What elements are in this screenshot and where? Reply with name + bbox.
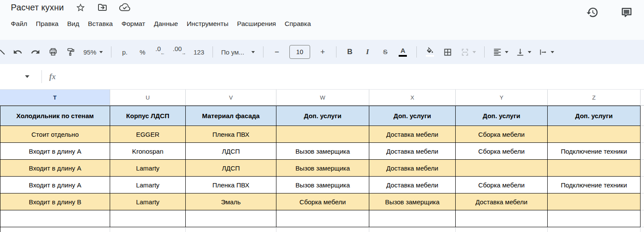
menu-item-extensions[interactable]: Расширения: [233, 19, 280, 29]
data-cell[interactable]: Lamarty: [110, 193, 186, 210]
data-cell[interactable]: [548, 126, 641, 143]
menu-item-tools[interactable]: Инструменты: [182, 19, 233, 29]
menu-item-format[interactable]: Формат: [117, 19, 149, 29]
data-cell[interactable]: Подключение техники: [548, 177, 641, 193]
text-color-swatch: [399, 55, 407, 57]
increase-font-size-button[interactable]: +: [317, 45, 328, 59]
data-cell[interactable]: Доставка мебели: [369, 143, 456, 160]
data-cell[interactable]: Входит в длину А: [0, 143, 110, 160]
header-cell[interactable]: Холодильник по стенам: [0, 106, 110, 126]
menu-item-data[interactable]: Данные: [149, 19, 182, 29]
borders-button[interactable]: [443, 45, 453, 59]
header-cell[interactable]: Доп. услуги: [548, 106, 641, 126]
decrease-font-size-button[interactable]: −: [272, 45, 282, 59]
data-cell[interactable]: Вызов замерщика: [369, 193, 456, 210]
currency-format-button[interactable]: p.: [120, 45, 130, 59]
text-color-button[interactable]: A: [398, 45, 408, 59]
bold-button[interactable]: B: [345, 45, 355, 59]
data-cell[interactable]: ЛДСП: [186, 143, 276, 160]
data-cell[interactable]: Входит в длину В: [0, 193, 110, 210]
column-header-T[interactable]: T: [0, 90, 110, 105]
data-cell[interactable]: Вызов замерщика: [276, 177, 369, 193]
column-header-W[interactable]: W: [276, 90, 369, 105]
data-cell[interactable]: Сборка мебели: [456, 126, 548, 143]
data-cell[interactable]: Подключение техники: [548, 143, 641, 160]
name-box-chevron-icon[interactable]: [25, 75, 29, 78]
menu-item-view[interactable]: Вид: [63, 19, 83, 29]
column-header-Z[interactable]: Z: [548, 90, 641, 105]
data-cell[interactable]: Входит в длину А: [0, 160, 110, 177]
paint-format-button[interactable]: [66, 45, 76, 59]
data-cell[interactable]: EGGER: [110, 126, 186, 143]
data-cell[interactable]: [548, 210, 641, 227]
vertical-align-button[interactable]: [516, 45, 531, 59]
data-cell[interactable]: Входит в длину А: [0, 177, 110, 193]
strikethrough-button[interactable]: S: [380, 45, 390, 59]
italic-button[interactable]: I: [362, 45, 373, 59]
merge-cells-button[interactable]: [460, 45, 476, 59]
number-format-button[interactable]: 123: [194, 45, 204, 59]
header-cell[interactable]: Материал фасада: [186, 106, 276, 126]
data-cell[interactable]: Сборка мебели: [276, 193, 369, 210]
data-cell[interactable]: [548, 160, 641, 177]
data-cell[interactable]: [276, 126, 369, 143]
header-cell[interactable]: Доп. услуги: [369, 106, 456, 126]
comments-icon[interactable]: [620, 6, 633, 20]
data-cell[interactable]: [276, 210, 369, 227]
data-cell[interactable]: Сборка мебели: [456, 143, 548, 160]
menu-item-edit[interactable]: Правка: [32, 19, 63, 29]
fill-color-button[interactable]: [425, 45, 435, 59]
data-cell[interactable]: Доставка мебели: [369, 126, 456, 143]
redo-button[interactable]: [30, 45, 41, 59]
data-cell[interactable]: Пленка ПВХ: [186, 177, 276, 193]
menu-item-help[interactable]: Справка: [280, 19, 315, 29]
data-cell[interactable]: Lamarty: [110, 177, 186, 193]
column-header-X[interactable]: X: [369, 90, 456, 105]
column-header-V[interactable]: V: [186, 90, 276, 105]
fx-icon[interactable]: fx: [49, 72, 56, 81]
header-cell[interactable]: Доп. услуги: [456, 106, 548, 126]
data-cell[interactable]: Kronospan: [110, 143, 186, 160]
data-cell[interactable]: [548, 193, 641, 210]
data-cell[interactable]: Доставка мебели: [456, 193, 548, 210]
star-icon[interactable]: [76, 3, 86, 13]
header-cell[interactable]: Доп. услуги: [276, 106, 369, 126]
undo-button[interactable]: [13, 45, 23, 59]
print-button[interactable]: [48, 45, 58, 59]
toolbar-divider: [336, 46, 336, 58]
move-to-folder-icon[interactable]: [97, 2, 108, 13]
partial-cell: [641, 227, 644, 232]
font-size-input[interactable]: 10: [289, 45, 310, 59]
data-cell[interactable]: Доставка мебели: [369, 160, 456, 177]
data-cell[interactable]: ЛДСП: [186, 160, 276, 177]
menu-item-insert[interactable]: Вставка: [84, 19, 117, 29]
data-cell[interactable]: [0, 210, 110, 227]
data-cell[interactable]: [186, 210, 276, 227]
text-wrapping-button[interactable]: [539, 45, 554, 59]
data-cell[interactable]: [110, 210, 186, 227]
data-cell[interactable]: Пленка ПВХ: [186, 126, 276, 143]
data-cell[interactable]: Стоит отдельно: [0, 126, 110, 143]
data-cell[interactable]: [369, 210, 456, 227]
decrease-decimals-button[interactable]: .0 ←: [155, 45, 165, 59]
data-cell[interactable]: Вызов замерщика: [276, 160, 369, 177]
column-header-U[interactable]: U: [110, 90, 186, 105]
menu-item-file[interactable]: Файл: [6, 19, 32, 29]
data-cell[interactable]: Доставка мебели: [369, 177, 456, 193]
zoom-control[interactable]: 95%: [83, 45, 103, 59]
header-cell[interactable]: Корпус ЛДСП: [110, 106, 186, 126]
cloud-saved-icon[interactable]: [119, 3, 130, 12]
data-cell[interactable]: Сборка мебели: [456, 177, 548, 193]
percent-format-button[interactable]: %: [137, 45, 148, 59]
data-cell[interactable]: [456, 160, 548, 177]
column-header-Y[interactable]: Y: [456, 90, 548, 105]
version-history-icon[interactable]: [586, 6, 599, 20]
data-cell[interactable]: Вызов замерщика: [276, 143, 369, 160]
document-title[interactable]: Расчет кухни: [11, 3, 64, 13]
font-name-selector[interactable]: По ум...: [221, 45, 255, 59]
data-cell[interactable]: Lamarty: [110, 160, 186, 177]
data-cell[interactable]: Эмаль: [186, 193, 276, 210]
horizontal-align-button[interactable]: [493, 45, 508, 59]
data-cell[interactable]: [456, 210, 548, 227]
increase-decimals-button[interactable]: .00 →: [173, 45, 186, 59]
